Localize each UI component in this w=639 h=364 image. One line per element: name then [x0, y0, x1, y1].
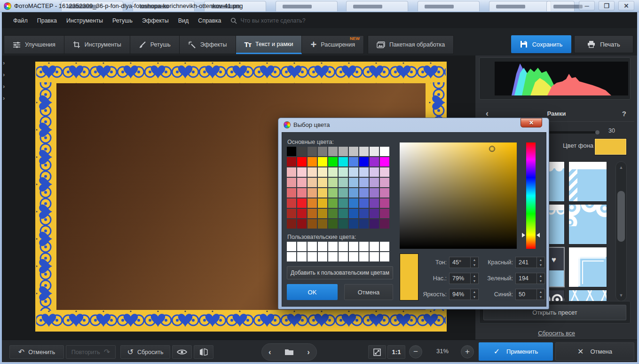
- custom-color-swatch[interactable]: [297, 252, 307, 261]
- spin-up-icon[interactable]: ▲: [537, 289, 544, 294]
- custom-color-swatch[interactable]: [287, 252, 296, 261]
- dialog-close-button[interactable]: ✕: [521, 118, 542, 127]
- basic-color-swatch[interactable]: [370, 219, 379, 229]
- basic-color-swatch[interactable]: [349, 178, 358, 187]
- basic-color-swatch[interactable]: [287, 178, 296, 187]
- save-button[interactable]: Сохранить: [511, 35, 571, 53]
- basic-color-swatch[interactable]: [349, 157, 358, 166]
- menu-tools[interactable]: Инструменты: [62, 15, 108, 27]
- basic-color-swatch[interactable]: [308, 147, 317, 156]
- custom-color-swatch[interactable]: [359, 242, 369, 251]
- basic-color-swatch[interactable]: [349, 188, 358, 198]
- green-value[interactable]: 194: [516, 273, 536, 284]
- zoom-in-button[interactable]: +: [461, 345, 474, 358]
- scroll-down-icon[interactable]: ▼: [616, 290, 626, 301]
- reset-button[interactable]: ↺ Сбросить: [120, 345, 170, 359]
- saturation-spinbox[interactable]: 79% ▲▼: [449, 273, 479, 284]
- basic-color-swatch[interactable]: [308, 167, 317, 177]
- custom-color-swatch[interactable]: [339, 252, 348, 261]
- basic-color-swatch[interactable]: [308, 178, 317, 187]
- basic-color-swatch[interactable]: [339, 178, 348, 187]
- frame-thumbnail[interactable]: [568, 290, 607, 301]
- expand-panel-icon[interactable]: ›: [3, 71, 5, 78]
- basic-color-swatch[interactable]: [318, 167, 327, 177]
- custom-color-swatch[interactable]: [380, 242, 389, 251]
- tab-batch-processing[interactable]: Пакетная обработка: [368, 35, 454, 54]
- next-photo-button[interactable]: ›: [307, 348, 310, 356]
- basic-color-swatch[interactable]: [328, 209, 338, 218]
- print-button[interactable]: Печать: [574, 35, 633, 53]
- custom-color-swatch[interactable]: [349, 242, 358, 251]
- zoom-out-button[interactable]: −: [409, 345, 422, 358]
- custom-color-swatch[interactable]: [370, 252, 379, 261]
- basic-color-swatch[interactable]: [328, 219, 338, 229]
- basic-color-swatch[interactable]: [370, 157, 379, 166]
- before-after-button[interactable]: [194, 345, 213, 359]
- basic-color-swatch[interactable]: [359, 157, 369, 166]
- basic-color-swatch[interactable]: [287, 219, 296, 229]
- expand-panel-icon[interactable]: ›: [3, 95, 5, 102]
- hue-marker-left-icon[interactable]: [522, 233, 525, 237]
- spin-down-icon[interactable]: ▼: [537, 294, 544, 300]
- quick-search[interactable]: Что вы хотите сделать?: [230, 17, 305, 24]
- basic-color-swatch[interactable]: [370, 188, 379, 198]
- redo-button[interactable]: Повторить ↷: [66, 345, 116, 359]
- picker-ring[interactable]: [489, 146, 495, 152]
- red-value[interactable]: 241: [516, 257, 536, 268]
- custom-color-swatch[interactable]: [380, 252, 389, 261]
- basic-color-swatch[interactable]: [287, 167, 296, 177]
- basic-color-swatch[interactable]: [328, 147, 338, 156]
- basic-color-swatch[interactable]: [318, 198, 327, 208]
- basic-color-swatch[interactable]: [380, 209, 389, 218]
- folder-icon[interactable]: [284, 348, 294, 356]
- hue-marker-right-icon[interactable]: [536, 233, 540, 237]
- reset-all-link[interactable]: Сбросить все: [475, 330, 638, 337]
- custom-color-swatch[interactable]: [328, 242, 338, 251]
- basic-color-swatch[interactable]: [297, 219, 307, 229]
- basic-color-swatch[interactable]: [308, 219, 317, 229]
- spin-up-icon[interactable]: ▲: [537, 257, 544, 262]
- tab-extensions[interactable]: NEW + Расширения: [302, 35, 364, 54]
- tab-effects[interactable]: Эффекты: [180, 35, 236, 54]
- basic-color-swatch[interactable]: [380, 178, 389, 187]
- basic-color-swatch[interactable]: [297, 178, 307, 187]
- basic-color-swatch[interactable]: [318, 219, 327, 229]
- tab-text-and-frames[interactable]: Tт Текст и рамки: [236, 35, 302, 54]
- basic-color-swatch[interactable]: [370, 167, 379, 177]
- basic-color-swatch[interactable]: [287, 157, 296, 166]
- red-spinbox[interactable]: 241 ▲▼: [515, 257, 545, 268]
- custom-color-swatch[interactable]: [318, 242, 327, 251]
- basic-color-swatch[interactable]: [297, 147, 307, 156]
- menu-help[interactable]: Справка: [193, 15, 226, 27]
- basic-color-swatch[interactable]: [287, 198, 296, 208]
- tab-retouch[interactable]: Ретушь: [130, 35, 180, 54]
- basic-color-swatch[interactable]: [349, 147, 358, 156]
- minimize-button[interactable]: ─: [579, 1, 595, 10]
- menu-retouch[interactable]: Ретушь: [108, 15, 137, 27]
- basic-color-swatch[interactable]: [297, 209, 307, 218]
- basic-color-swatch[interactable]: [308, 209, 317, 218]
- saturation-value-picker[interactable]: [400, 142, 517, 249]
- help-icon[interactable]: ?: [622, 110, 626, 118]
- basic-color-swatch[interactable]: [359, 198, 369, 208]
- basic-color-swatch[interactable]: [380, 219, 389, 229]
- brightness-value[interactable]: 94%: [450, 289, 470, 300]
- basic-color-swatch[interactable]: [370, 147, 379, 156]
- basic-color-swatch[interactable]: [328, 198, 338, 208]
- hue-slider[interactable]: [526, 142, 536, 249]
- custom-color-swatch[interactable]: [328, 252, 338, 261]
- basic-color-swatch[interactable]: [287, 147, 296, 156]
- frame-thumbnail[interactable]: [568, 247, 607, 287]
- basic-color-swatch[interactable]: [349, 198, 358, 208]
- basic-color-swatch[interactable]: [359, 188, 369, 198]
- basic-color-swatch[interactable]: [359, 167, 369, 177]
- basic-color-swatch[interactable]: [380, 157, 389, 166]
- back-arrow-icon[interactable]: ‹: [486, 109, 489, 118]
- basic-color-swatch[interactable]: [328, 178, 338, 187]
- expand-panel-icon[interactable]: ›: [3, 83, 5, 90]
- basic-color-swatch[interactable]: [339, 198, 348, 208]
- basic-color-swatch[interactable]: [380, 167, 389, 177]
- custom-color-swatch[interactable]: [370, 242, 379, 251]
- cancel-button[interactable]: ✕ Отмена: [555, 342, 634, 361]
- basic-color-swatch[interactable]: [359, 178, 369, 187]
